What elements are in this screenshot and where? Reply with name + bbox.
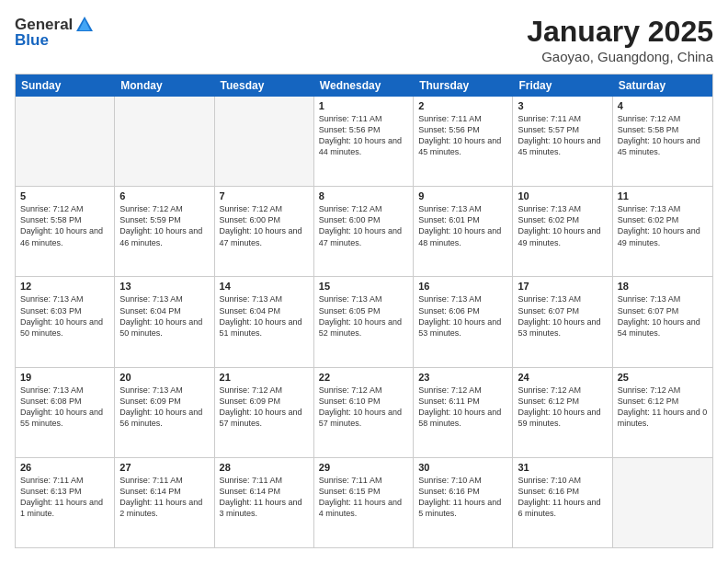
day-number: 16 [418, 281, 507, 292]
day-info: Sunrise: 7:10 AM Sunset: 6:16 PM Dayligh… [518, 475, 607, 520]
day-cell: 2Sunrise: 7:11 AM Sunset: 5:56 PM Daylig… [414, 97, 513, 186]
day-info: Sunrise: 7:12 AM Sunset: 5:59 PM Dayligh… [119, 203, 209, 248]
week-row-3: 19Sunrise: 7:13 AM Sunset: 6:08 PM Dayli… [16, 367, 712, 457]
day-info: Sunrise: 7:13 AM Sunset: 6:06 PM Dayligh… [418, 293, 507, 339]
week-row-2: 12Sunrise: 7:13 AM Sunset: 6:03 PM Dayli… [16, 276, 712, 366]
day-cell: 13Sunrise: 7:13 AM Sunset: 6:04 PM Dayli… [115, 277, 214, 366]
location: Gaoyao, Guangdong, China [527, 49, 713, 64]
day-headers: SundayMondayTuesdayWednesdayThursdayFrid… [16, 75, 712, 97]
day-cell: 18Sunrise: 7:13 AM Sunset: 6:07 PM Dayli… [613, 277, 712, 366]
day-info: Sunrise: 7:12 AM Sunset: 5:58 PM Dayligh… [20, 203, 109, 248]
month-title: January 2025 [527, 15, 713, 49]
day-number: 5 [20, 190, 109, 201]
day-info: Sunrise: 7:13 AM Sunset: 6:09 PM Dayligh… [119, 385, 209, 430]
day-cell: 1Sunrise: 7:11 AM Sunset: 5:56 PM Daylig… [314, 97, 414, 186]
logo-icon [74, 15, 95, 35]
day-number: 7 [220, 190, 309, 201]
day-cell: 15Sunrise: 7:13 AM Sunset: 6:05 PM Dayli… [314, 277, 414, 366]
day-info: Sunrise: 7:11 AM Sunset: 5:56 PM Dayligh… [319, 113, 408, 158]
day-header-tuesday: Tuesday [215, 75, 314, 97]
calendar: SundayMondayTuesdayWednesdayThursdayFrid… [15, 74, 713, 548]
day-number: 17 [518, 281, 607, 292]
day-info: Sunrise: 7:11 AM Sunset: 6:13 PM Dayligh… [20, 475, 109, 520]
day-number: 18 [618, 281, 708, 292]
day-cell: 26Sunrise: 7:11 AM Sunset: 6:13 PM Dayli… [16, 458, 115, 547]
day-cell: 12Sunrise: 7:13 AM Sunset: 6:03 PM Dayli… [16, 277, 115, 366]
day-cell: 6Sunrise: 7:12 AM Sunset: 5:59 PM Daylig… [115, 187, 214, 276]
day-header-thursday: Thursday [414, 75, 513, 97]
day-info: Sunrise: 7:11 AM Sunset: 6:14 PM Dayligh… [119, 475, 209, 520]
day-number: 23 [418, 372, 507, 383]
day-number: 4 [618, 100, 708, 111]
day-info: Sunrise: 7:11 AM Sunset: 5:57 PM Dayligh… [518, 113, 607, 158]
day-info: Sunrise: 7:11 AM Sunset: 6:14 PM Dayligh… [220, 475, 309, 520]
day-cell: 20Sunrise: 7:13 AM Sunset: 6:09 PM Dayli… [115, 368, 214, 457]
day-number: 9 [418, 190, 507, 201]
day-number: 10 [518, 190, 607, 201]
day-number: 2 [418, 100, 507, 111]
day-header-saturday: Saturday [613, 75, 712, 97]
day-number: 22 [319, 372, 408, 383]
calendar-body: 1Sunrise: 7:11 AM Sunset: 5:56 PM Daylig… [16, 97, 712, 547]
day-number: 12 [20, 281, 109, 292]
day-cell: 16Sunrise: 7:13 AM Sunset: 6:06 PM Dayli… [414, 277, 513, 366]
day-cell: 8Sunrise: 7:12 AM Sunset: 6:00 PM Daylig… [314, 187, 414, 276]
day-info: Sunrise: 7:12 AM Sunset: 6:10 PM Dayligh… [319, 385, 408, 430]
day-info: Sunrise: 7:13 AM Sunset: 6:02 PM Dayligh… [518, 203, 607, 248]
page: General Blue January 2025 Gaoyao, Guangd… [0, 0, 728, 563]
day-number: 30 [418, 462, 507, 473]
day-info: Sunrise: 7:13 AM Sunset: 6:07 PM Dayligh… [618, 293, 708, 339]
day-cell [115, 97, 214, 186]
day-cell: 7Sunrise: 7:12 AM Sunset: 6:00 PM Daylig… [215, 187, 314, 276]
day-cell: 11Sunrise: 7:13 AM Sunset: 6:02 PM Dayli… [613, 187, 712, 276]
day-number: 28 [220, 462, 309, 473]
day-info: Sunrise: 7:12 AM Sunset: 5:58 PM Dayligh… [618, 113, 708, 158]
day-info: Sunrise: 7:13 AM Sunset: 6:05 PM Dayligh… [319, 293, 408, 339]
title-section: January 2025 Gaoyao, Guangdong, China [527, 15, 713, 64]
day-header-monday: Monday [115, 75, 214, 97]
day-header-sunday: Sunday [16, 75, 115, 97]
logo: General Blue [15, 15, 95, 50]
logo-blue: Blue [15, 31, 49, 50]
day-cell: 14Sunrise: 7:13 AM Sunset: 6:04 PM Dayli… [215, 277, 314, 366]
day-cell: 28Sunrise: 7:11 AM Sunset: 6:14 PM Dayli… [215, 458, 314, 547]
day-cell [215, 97, 314, 186]
week-row-1: 5Sunrise: 7:12 AM Sunset: 5:58 PM Daylig… [16, 186, 712, 276]
day-number: 19 [20, 372, 109, 383]
day-info: Sunrise: 7:12 AM Sunset: 6:12 PM Dayligh… [618, 385, 708, 430]
day-number: 21 [220, 372, 309, 383]
day-number: 31 [518, 462, 607, 473]
day-cell: 19Sunrise: 7:13 AM Sunset: 6:08 PM Dayli… [16, 368, 115, 457]
header: General Blue January 2025 Gaoyao, Guangd… [15, 15, 713, 64]
day-info: Sunrise: 7:13 AM Sunset: 6:01 PM Dayligh… [418, 203, 507, 248]
day-number: 8 [319, 190, 408, 201]
day-number: 11 [618, 190, 708, 201]
day-info: Sunrise: 7:12 AM Sunset: 6:00 PM Dayligh… [319, 203, 408, 248]
day-info: Sunrise: 7:13 AM Sunset: 6:04 PM Dayligh… [119, 293, 209, 339]
day-header-wednesday: Wednesday [314, 75, 414, 97]
day-cell: 3Sunrise: 7:11 AM Sunset: 5:57 PM Daylig… [513, 97, 612, 186]
day-info: Sunrise: 7:13 AM Sunset: 6:02 PM Dayligh… [618, 203, 708, 248]
day-cell: 31Sunrise: 7:10 AM Sunset: 6:16 PM Dayli… [513, 458, 612, 547]
day-number: 15 [319, 281, 408, 292]
day-number: 6 [119, 190, 209, 201]
day-cell: 4Sunrise: 7:12 AM Sunset: 5:58 PM Daylig… [613, 97, 712, 186]
day-cell: 29Sunrise: 7:11 AM Sunset: 6:15 PM Dayli… [314, 458, 414, 547]
day-info: Sunrise: 7:11 AM Sunset: 5:56 PM Dayligh… [418, 113, 507, 158]
day-info: Sunrise: 7:13 AM Sunset: 6:03 PM Dayligh… [20, 293, 109, 339]
day-info: Sunrise: 7:12 AM Sunset: 6:09 PM Dayligh… [220, 385, 309, 430]
day-number: 14 [220, 281, 309, 292]
day-cell: 21Sunrise: 7:12 AM Sunset: 6:09 PM Dayli… [215, 368, 314, 457]
day-info: Sunrise: 7:13 AM Sunset: 6:04 PM Dayligh… [220, 293, 309, 339]
day-number: 13 [119, 281, 209, 292]
day-cell: 22Sunrise: 7:12 AM Sunset: 6:10 PM Dayli… [314, 368, 414, 457]
day-number: 26 [20, 462, 109, 473]
day-cell [613, 458, 712, 547]
day-cell: 24Sunrise: 7:12 AM Sunset: 6:12 PM Dayli… [513, 368, 612, 457]
day-cell: 9Sunrise: 7:13 AM Sunset: 6:01 PM Daylig… [414, 187, 513, 276]
week-row-4: 26Sunrise: 7:11 AM Sunset: 6:13 PM Dayli… [16, 457, 712, 547]
day-info: Sunrise: 7:10 AM Sunset: 6:16 PM Dayligh… [418, 475, 507, 520]
day-cell: 5Sunrise: 7:12 AM Sunset: 5:58 PM Daylig… [16, 187, 115, 276]
day-number: 27 [119, 462, 209, 473]
day-number: 25 [618, 372, 708, 383]
